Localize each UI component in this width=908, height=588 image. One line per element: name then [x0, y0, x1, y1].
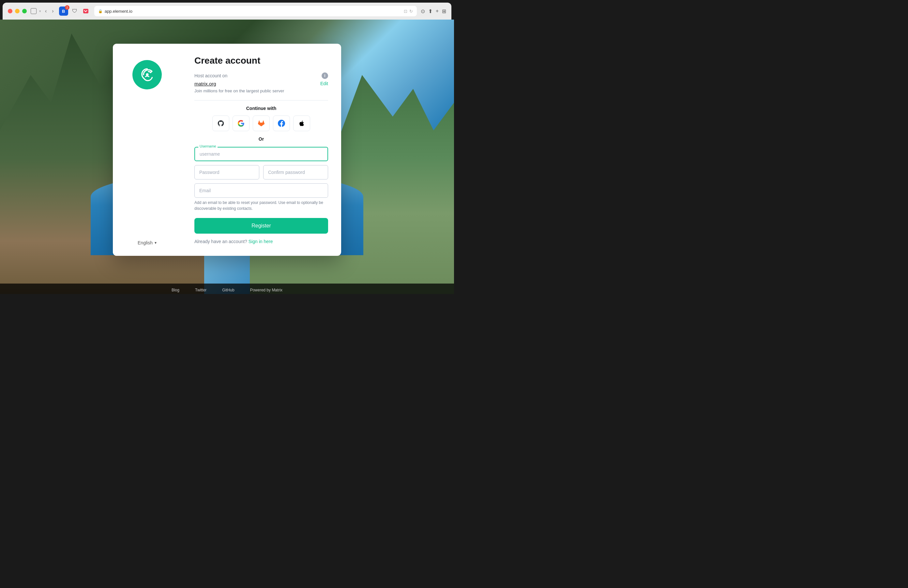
forward-button[interactable]: › — [51, 7, 55, 15]
traffic-lights — [8, 9, 27, 13]
extension-icons: B 2 🛡 — [59, 6, 90, 16]
email-form-group: Add an email to be able to reset your pa… — [195, 184, 328, 211]
host-label: Host account on — [195, 73, 227, 78]
email-input[interactable] — [195, 184, 328, 198]
password-input[interactable] — [195, 165, 259, 179]
footer-twitter-link[interactable]: Twitter — [195, 288, 206, 292]
dialog-right-panel: Create account Host account on i matrix.… — [181, 44, 341, 256]
download-icon[interactable]: ⊙ — [421, 8, 425, 14]
element-logo — [132, 60, 162, 89]
url-text: app.element.io — [105, 9, 132, 14]
language-selector[interactable]: English ▾ — [138, 240, 156, 245]
footer-bar: Blog Twitter GitHub Powered by Matrix — [0, 284, 454, 294]
signin-prompt-text: Already have an account? — [195, 239, 247, 244]
address-bar[interactable]: 🔒 app.element.io ⊡ ↻ — [94, 6, 417, 16]
or-label: Or — [195, 136, 328, 142]
reader-mode-icon[interactable]: ⊡ — [404, 9, 407, 14]
close-button[interactable] — [8, 9, 12, 13]
gitlab-sso-button[interactable] — [253, 116, 270, 131]
new-tab-icon[interactable]: + — [436, 8, 439, 14]
email-hint-text: Add an email to be able to reset your pa… — [195, 200, 328, 211]
maximize-button[interactable] — [22, 9, 27, 13]
svg-rect-0 — [83, 9, 89, 13]
grid-icon[interactable]: ⊞ — [442, 8, 446, 14]
google-sso-button[interactable] — [233, 116, 250, 131]
username-form-group: Username — [195, 147, 328, 161]
facebook-sso-button[interactable] — [273, 116, 290, 131]
create-account-title: Create account — [195, 55, 328, 66]
footer-github-link[interactable]: GitHub — [222, 288, 234, 292]
back-button[interactable]: ‹ — [44, 7, 48, 15]
register-button[interactable]: Register — [195, 218, 328, 234]
info-icon[interactable]: i — [322, 72, 328, 79]
password-form-group — [195, 165, 259, 179]
signin-row: Already have an account? Sign in here — [195, 239, 328, 244]
github-sso-button[interactable] — [213, 116, 229, 131]
password-form-row — [195, 165, 328, 184]
browser-chrome: ▾ ‹ › B 2 🛡 🔒 app.element.io ⊡ ↻ ⊙ ⬆ + ⊞ — [3, 3, 451, 19]
apple-sso-button[interactable] — [293, 116, 310, 131]
sso-buttons-group — [195, 116, 328, 131]
browser-nav-controls: ▾ ‹ › — [31, 7, 55, 15]
footer-blog-link[interactable]: Blog — [172, 288, 179, 292]
dialog-left-panel: English ▾ — [113, 44, 181, 256]
chevron-down-icon: ▾ — [39, 9, 41, 13]
privacy-shield-icon[interactable]: 🛡 — [70, 6, 79, 16]
continue-with-label: Continue with — [195, 106, 328, 111]
sidebar-toggle-icon[interactable] — [31, 8, 37, 14]
element-logo-svg — [138, 66, 156, 84]
browser-right-actions: ⊙ ⬆ + ⊞ — [421, 8, 446, 14]
edit-server-link[interactable]: Edit — [320, 81, 328, 86]
username-input[interactable] — [195, 147, 328, 161]
signin-link[interactable]: Sign in here — [248, 239, 273, 244]
svg-point-1 — [146, 73, 148, 76]
host-description: Join millions for free on the largest pu… — [195, 89, 284, 93]
confirm-password-form-group — [263, 165, 328, 179]
username-floating-label: Username — [198, 144, 217, 148]
minimize-button[interactable] — [15, 9, 19, 13]
share-icon[interactable]: ⬆ — [428, 8, 433, 14]
pocket-extension-icon[interactable] — [81, 6, 90, 16]
lock-icon: 🔒 — [98, 9, 103, 13]
language-label: English — [138, 240, 153, 245]
browser-content: English ▾ Create account Host account on… — [0, 19, 454, 294]
refresh-icon[interactable]: ↻ — [409, 9, 413, 14]
confirm-password-input[interactable] — [263, 165, 328, 179]
bitwarden-extension-icon[interactable]: B 2 — [59, 6, 68, 16]
footer-matrix-link[interactable]: Powered by Matrix — [250, 288, 282, 292]
host-server-name: matrix.org — [195, 81, 216, 87]
language-chevron-icon: ▾ — [155, 240, 156, 245]
host-section: Host account on i matrix.org Edit Join m… — [195, 72, 328, 93]
create-account-dialog: English ▾ Create account Host account on… — [113, 44, 341, 256]
